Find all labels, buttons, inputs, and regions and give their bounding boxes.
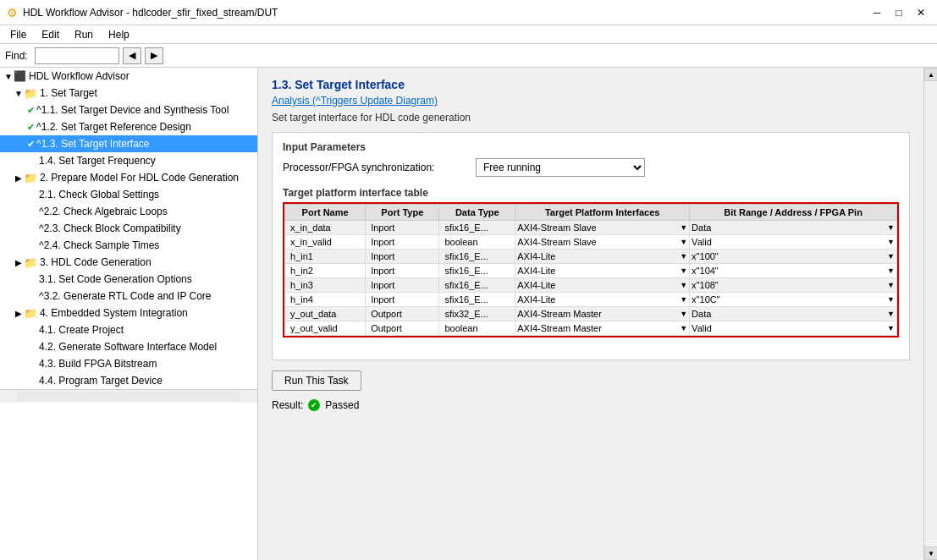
sync-label: Processor/FPGA synchronization: xyxy=(283,162,469,173)
forward-button[interactable]: ▶ xyxy=(145,47,163,64)
run-task-button[interactable]: Run This Task xyxy=(272,371,361,391)
group4-label: 4. Embedded System Integration xyxy=(40,307,188,319)
group2-label: 2. Prepare Model For HDL Code Generation xyxy=(40,172,239,184)
td-port-name: x_in_valid xyxy=(285,235,366,250)
tree-item-2-4[interactable]: ^2.4. Check Sample Times xyxy=(0,237,257,254)
td-data-type: sfix16_E... xyxy=(439,250,515,264)
menu-bar: File Edit Run Help xyxy=(0,25,937,44)
group3-icon: 📁 xyxy=(24,256,37,269)
menu-edit[interactable]: Edit xyxy=(35,27,66,42)
result-label: Result: xyxy=(272,399,303,411)
menu-help[interactable]: Help xyxy=(102,27,136,42)
sync-select[interactable]: Free running Interrupt xyxy=(476,158,645,177)
main-layout: ▼ ⬛ HDL Workflow Advisor ▼ 📁 1. Set Targ… xyxy=(0,68,937,560)
tree-group-3[interactable]: ▶ 📁 3. HDL Code Generation xyxy=(0,254,257,271)
td-port-name: h_in2 xyxy=(285,264,366,278)
item-4-4-label: 4.4. Program Target Device xyxy=(39,375,163,387)
td-target-interface[interactable]: AXI4-Lite ▼ xyxy=(515,293,690,307)
tree-item-3-2[interactable]: ^3.2. Generate RTL Code and IP Core xyxy=(0,288,257,305)
table-row: y_out_valid Outport boolean AXI4-Stream … xyxy=(285,321,897,336)
scroll-up-button[interactable]: ▲ xyxy=(924,68,937,81)
tree-item-2-3[interactable]: ^2.3. Check Block Compatibility xyxy=(0,220,257,237)
find-input[interactable] xyxy=(35,47,119,64)
tree-item-3-1[interactable]: 3.1. Set Code Generation Options xyxy=(0,271,257,288)
td-data-type: sfix16_E... xyxy=(439,293,515,307)
section-title: 1.3. Set Target Interface xyxy=(272,78,910,91)
right-content-scroll: 1.3. Set Target Interface Analysis (^Tri… xyxy=(258,68,937,560)
td-bit-range[interactable]: x"100" ▼ xyxy=(690,250,897,264)
group3-arrow: ▶ xyxy=(14,258,24,267)
maximize-button[interactable]: □ xyxy=(890,3,908,22)
tree-item-4-3[interactable]: 4.3. Build FPGA Bitstream xyxy=(0,355,257,372)
td-bit-range[interactable]: Valid ▼ xyxy=(690,235,897,250)
td-port-name: x_in_data xyxy=(285,221,366,235)
td-bit-range[interactable]: x"104" ▼ xyxy=(690,264,897,278)
td-target-interface[interactable]: AXI4-Stream Master ▼ xyxy=(515,321,690,336)
td-data-type: boolean xyxy=(439,321,515,336)
tree-group-4[interactable]: ▶ 📁 4. Embedded System Integration xyxy=(0,305,257,321)
tree-item-1-1[interactable]: ✔ ^1.1. Set Target Device and Synthesis … xyxy=(0,102,257,118)
result-check-icon: ✔ xyxy=(308,399,320,411)
td-target-interface[interactable]: AXI4-Stream Slave ▼ xyxy=(515,221,690,235)
td-port-type: Outport xyxy=(366,307,439,321)
h-scroll-left[interactable] xyxy=(0,389,257,403)
right-scrollbar[interactable]: ▲ ▼ xyxy=(923,68,937,560)
root-icon: ⬛ xyxy=(14,70,26,82)
td-port-type: Inport xyxy=(366,264,439,278)
close-button[interactable]: ✕ xyxy=(912,3,930,22)
item-3-1-label: 3.1. Set Code Generation Options xyxy=(39,273,192,285)
scroll-down-button[interactable]: ▼ xyxy=(924,546,937,560)
td-port-type: Outport xyxy=(366,321,439,336)
title-text: HDL Workflow Advisor - hdlcoder_sfir_fix… xyxy=(23,7,863,19)
check-icon-1-3: ✔ xyxy=(27,139,35,150)
menu-run[interactable]: Run xyxy=(68,27,100,42)
th-bit-range: Bit Range / Address / FPGA Pin xyxy=(690,205,897,221)
table-row: x_in_data Inport sfix16_E... AXI4-Stream… xyxy=(285,221,897,235)
td-port-type: Inport xyxy=(366,250,439,264)
item-1-4-label: 1.4. Set Target Frequency xyxy=(39,155,156,167)
run-task-container: Run This Task xyxy=(272,371,910,391)
td-target-interface[interactable]: AXI4-Lite ▼ xyxy=(515,250,690,264)
tree-root[interactable]: ▼ ⬛ HDL Workflow Advisor xyxy=(0,68,257,85)
right-panel: 1.3. Set Target Interface Analysis (^Tri… xyxy=(258,68,923,560)
td-bit-range[interactable]: Data ▼ xyxy=(690,307,897,321)
window-controls: ─ □ ✕ xyxy=(868,3,930,22)
td-target-interface[interactable]: AXI4-Lite ▼ xyxy=(515,278,690,293)
td-port-type: Inport xyxy=(366,221,439,235)
th-port-type: Port Type xyxy=(366,205,439,221)
th-data-type: Data Type xyxy=(439,205,515,221)
td-target-interface[interactable]: AXI4-Stream Slave ▼ xyxy=(515,235,690,250)
item-1-2-label: ^1.2. Set Target Reference Design xyxy=(36,121,191,133)
td-bit-range[interactable]: Data ▼ xyxy=(690,221,897,235)
table-row: h_in3 Inport sfix16_E... AXI4-Lite ▼ x"1… xyxy=(285,278,897,293)
group4-arrow: ▶ xyxy=(14,309,24,318)
interface-table: Port Name Port Type Data Type Target Pla… xyxy=(284,204,897,336)
item-2-3-label: ^2.3. Check Block Compatibility xyxy=(39,222,181,234)
result-row: Result: ✔ Passed xyxy=(272,399,910,411)
td-bit-range[interactable]: Valid ▼ xyxy=(690,321,897,336)
item-3-2-label: ^3.2. Generate RTL Code and IP Core xyxy=(39,290,212,302)
input-params-box: Input Parameters Processor/FPGA synchron… xyxy=(272,132,910,360)
analysis-link[interactable]: Analysis (^Triggers Update Diagram) xyxy=(272,95,438,107)
td-port-name: h_in4 xyxy=(285,293,366,307)
td-port-type: Inport xyxy=(366,293,439,307)
tree-item-4-4[interactable]: 4.4. Program Target Device xyxy=(0,372,257,389)
td-bit-range[interactable]: x"108" ▼ xyxy=(690,278,897,293)
tree-group-2[interactable]: ▶ 📁 2. Prepare Model For HDL Code Genera… xyxy=(0,169,257,186)
tree-item-2-2[interactable]: ^2.2. Check Algebraic Loops xyxy=(0,203,257,220)
tree-item-4-2[interactable]: 4.2. Generate Software Interface Model xyxy=(0,338,257,355)
tree-item-1-2[interactable]: ✔ ^1.2. Set Target Reference Design xyxy=(0,118,257,135)
item-2-4-label: ^2.4. Check Sample Times xyxy=(39,239,159,251)
tree-item-4-1[interactable]: 4.1. Create Project xyxy=(0,321,257,338)
tree-group-1[interactable]: ▼ 📁 1. Set Target xyxy=(0,85,257,102)
td-bit-range[interactable]: x"10C" ▼ xyxy=(690,293,897,307)
tree-item-1-4[interactable]: 1.4. Set Target Frequency xyxy=(0,152,257,169)
td-target-interface[interactable]: AXI4-Stream Master ▼ xyxy=(515,307,690,321)
tree-item-1-3[interactable]: ✔ ^1.3. Set Target Interface xyxy=(0,135,257,152)
th-port-name: Port Name xyxy=(285,205,366,221)
td-target-interface[interactable]: AXI4-Lite ▼ xyxy=(515,264,690,278)
menu-file[interactable]: File xyxy=(3,27,33,42)
tree-item-2-1[interactable]: 2.1. Check Global Settings xyxy=(0,186,257,203)
back-button[interactable]: ◀ xyxy=(123,47,141,64)
minimize-button[interactable]: ─ xyxy=(868,3,886,22)
